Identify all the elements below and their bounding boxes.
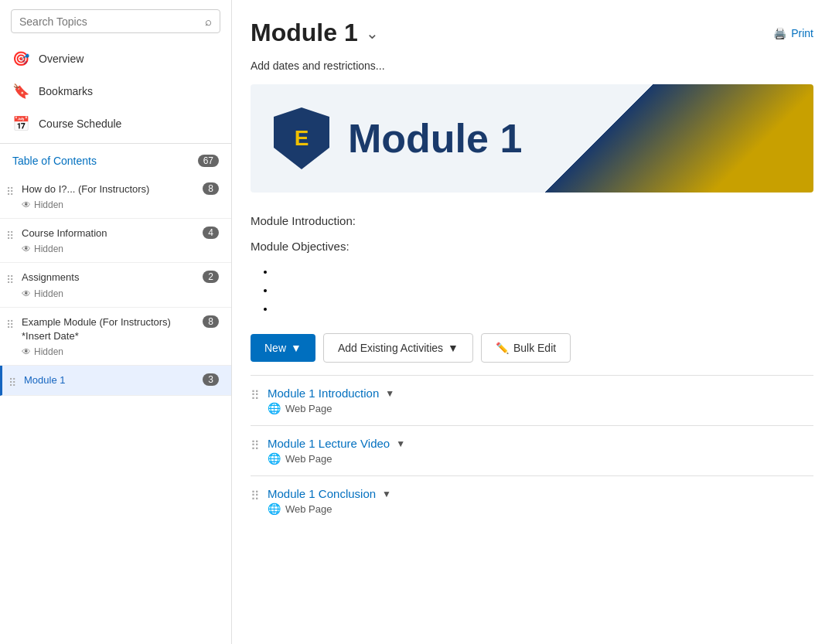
dates-link[interactable]: Add dates and restrictions... [232,60,832,84]
objectives-label: Module Objectives: [232,233,832,259]
content-item-info: Module 1 Lecture Video ▼ 🌐 Web Page [268,437,813,465]
content-item-conclusion: ⠿ Module 1 Conclusion ▼ 🌐 Web Page [251,475,813,526]
bulk-edit-button[interactable]: ✏️ Bulk Edit [481,333,571,363]
drag-handle[interactable]: ⠿ [6,319,14,331]
new-button[interactable]: New ▼ [251,334,315,362]
content-item-chevron[interactable]: ▼ [385,388,394,399]
overview-label: Overview [39,53,84,65]
content-type: 🌐 Web Page [268,452,813,465]
hidden-label: Hidden [34,346,63,357]
toc-item-name: Example Module (For Instructors) *Insert… [22,315,196,343]
toc-item-example-module[interactable]: ⠿ Example Module (For Instructors) *Inse… [0,308,231,366]
toc-item-count: 8 [203,315,219,328]
content-item-chevron[interactable]: ▼ [396,438,405,449]
toc-item-how-do-i[interactable]: ⠿ How do I?... (For Instructors) 8 👁 Hid… [0,175,231,219]
hidden-icon: 👁 [22,244,31,254]
content-item-title: Module 1 Lecture Video ▼ [268,437,813,450]
content-item-title: Module 1 Conclusion ▼ [268,487,813,500]
toc-item-count: 3 [203,373,219,386]
content-item-info: Module 1 Conclusion ▼ 🌐 Web Page [268,487,813,515]
toc-header: Table of Contents 67 [0,147,231,175]
module-banner: E Module 1 [251,84,813,193]
objective-item [275,299,813,318]
hidden-icon: 👁 [22,288,31,299]
drag-handle[interactable]: ⠿ [9,377,16,389]
main-content: Module 1 ⌄ 🖨️ Print Add dates and restri… [232,0,832,644]
toc-item-count: 8 [203,182,219,195]
print-label: Print [791,27,813,39]
print-button[interactable]: 🖨️ Print [773,27,813,39]
toc-item-count: 2 [203,271,219,283]
content-type: 🌐 Web Page [268,503,813,515]
drag-handle-icon[interactable]: ⠿ [251,489,260,503]
printer-icon: 🖨️ [773,27,786,39]
hidden-icon: 👁 [22,346,31,357]
content-type-label: Web Page [285,453,332,465]
objective-item [275,281,813,299]
banner-title: Module 1 [348,115,522,162]
intro-label: Module Introduction: [232,208,832,233]
content-item-intro: ⠿ Module 1 Introduction ▼ 🌐 Web Page [251,375,813,425]
content-link-conclusion[interactable]: Module 1 Conclusion [268,487,376,500]
hidden-label: Hidden [34,199,63,210]
add-existing-button[interactable]: Add Existing Activities ▼ [323,333,473,363]
overview-icon: 🎯 [12,50,29,67]
globe-icon: 🌐 [268,452,281,465]
divider [0,143,231,144]
toc-item-assignments[interactable]: ⠿ Assignments 2 👁 Hidden [0,263,231,307]
content-item-info: Module 1 Introduction ▼ 🌐 Web Page [268,387,813,414]
toc-link[interactable]: Table of Contents [12,155,97,167]
title-dropdown-button[interactable]: ⌄ [366,24,379,43]
sidebar-item-bookmarks[interactable]: 🔖 Bookmarks [0,75,231,107]
toc-item-course-info[interactable]: ⠿ Course Information 4 👁 Hidden [0,219,231,263]
content-type: 🌐 Web Page [268,402,813,414]
globe-icon: 🌐 [268,402,281,414]
sidebar-item-course-schedule[interactable]: 📅 Course Schedule [0,107,231,140]
content-item-lecture: ⠿ Module 1 Lecture Video ▼ 🌐 Web Page [251,425,813,475]
drag-handle-icon[interactable]: ⠿ [251,438,260,453]
shield-icon: E [274,107,329,169]
shield-letter: E [295,126,309,151]
toc-item-name: Assignments [22,271,196,285]
drag-handle-icon[interactable]: ⠿ [251,388,260,403]
hidden-icon: 👁 [22,199,31,210]
drag-handle[interactable]: ⠿ [6,274,14,286]
sidebar-item-overview[interactable]: 🎯 Overview [0,43,231,75]
toc-item-module-1[interactable]: ⠿ Module 1 3 [0,366,231,396]
content-type-label: Web Page [285,403,332,414]
content-type-label: Web Page [285,503,332,515]
toc-item-name: Course Information [22,227,196,240]
dates-text: Add dates and restrictions... [251,60,385,72]
objective-item [275,262,813,281]
hidden-badge: 👁 Hidden [22,288,219,299]
title-area: Module 1 ⌄ [251,19,379,47]
search-input[interactable] [19,15,205,28]
hidden-label: Hidden [34,244,63,254]
search-icon: ⌕ [205,15,212,28]
content-link-intro[interactable]: Module 1 Introduction [268,387,379,400]
add-existing-label: Add Existing Activities [338,342,443,354]
bulk-edit-icon: ✏️ [496,342,509,354]
new-chevron-icon: ▼ [291,342,302,354]
drag-handle[interactable]: ⠿ [6,230,14,242]
bulk-edit-label: Bulk Edit [513,342,556,354]
toc-count: 67 [198,155,219,167]
content-item-title: Module 1 Introduction ▼ [268,387,813,400]
hidden-label: Hidden [34,288,63,299]
content-list: ⠿ Module 1 Introduction ▼ 🌐 Web Page ⠿ M… [251,375,813,526]
schedule-label: Course Schedule [39,118,121,130]
page-title: Module 1 [251,19,358,47]
bookmarks-icon: 🔖 [12,83,29,100]
objectives-list [232,259,832,321]
globe-icon: 🌐 [268,503,281,515]
add-existing-chevron-icon: ▼ [448,342,459,354]
content-item-chevron[interactable]: ▼ [382,489,391,499]
hidden-badge: 👁 Hidden [22,346,219,357]
drag-handle[interactable]: ⠿ [6,186,14,198]
sidebar: ⌕ 🎯 Overview 🔖 Bookmarks 📅 Course Schedu… [0,0,232,644]
content-link-lecture[interactable]: Module 1 Lecture Video [268,437,390,450]
toc-item-name: How do I?... (For Instructors) [22,182,196,196]
hidden-badge: 👁 Hidden [22,244,219,254]
hidden-badge: 👁 Hidden [22,199,219,210]
main-header: Module 1 ⌄ 🖨️ Print [232,0,832,60]
